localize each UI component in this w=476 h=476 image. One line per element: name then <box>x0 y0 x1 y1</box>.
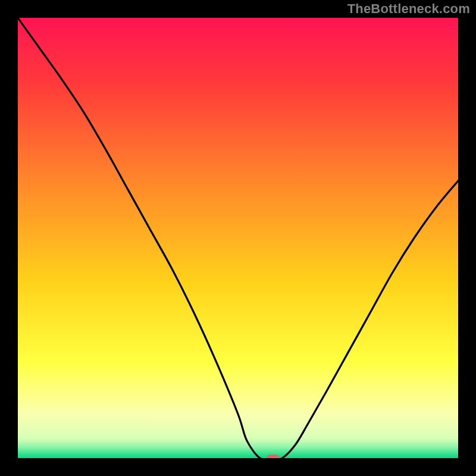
watermark-text: TheBottleneck.com <box>347 1 470 17</box>
plot-area <box>18 18 458 458</box>
optimal-point-marker <box>267 455 280 458</box>
chart-frame: TheBottleneck.com <box>0 0 476 476</box>
bottleneck-curve <box>18 18 458 458</box>
